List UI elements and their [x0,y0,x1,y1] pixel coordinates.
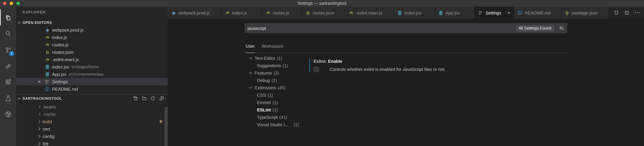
tree-item-beans[interactable]: .beans [16,103,168,110]
json-icon [305,10,311,15]
toc-typescript[interactable]: TypeScript (41) [250,114,310,121]
chevron-right-icon [38,128,40,130]
open-settings-json-icon[interactable] [614,10,619,15]
more-actions-icon[interactable]: ··· [634,11,641,14]
tab-index-jsx[interactable]: index.jsx [394,7,435,19]
tab-eslint-react-js[interactable]: .eslint.react.js [345,7,394,19]
activity-search[interactable] [0,25,16,42]
clear-search-icon[interactable] [559,25,564,31]
setting-category: Eslint: [314,59,328,64]
refresh-icon[interactable] [150,96,156,101]
tab-webpack-prod-js[interactable]: webpack.prod.js [168,7,222,19]
js-icon [45,42,50,47]
git-graph-circle-icon [4,111,12,118]
activity-explorer[interactable] [0,9,16,25]
new-file-icon[interactable] [133,96,138,101]
toc-css[interactable]: CSS (1) [250,91,310,99]
json-icon [564,10,570,15]
chevron-down-icon [18,21,21,23]
tree-item-cert[interactable]: cert [16,125,168,133]
git-modified-dot [160,120,162,123]
info-icon [45,86,50,92]
open-editor-item[interactable]: index.js [16,33,168,41]
open-editor-item[interactable]: README.md [16,85,168,93]
setting-eslint-enable: Eslint: Enable Controls whether eslint i… [310,59,567,72]
split-editor-icon[interactable] [624,10,630,15]
toc-debug[interactable]: Debug (2) [250,77,310,84]
collapse-all-icon[interactable] [159,96,164,101]
toc-extensions[interactable]: Extensions (45) [250,84,310,91]
webpack-icon [171,10,176,15]
setting-description: Controls whether eslint is enabled for J… [330,67,446,72]
debug-icon [4,62,12,69]
tab-app-jsx[interactable]: App.jsx [435,7,475,19]
react-icon [45,71,50,77]
tree-item-config[interactable]: config [16,133,168,140]
chevron-right-icon [38,105,40,108]
toc-visual-studio[interactable]: Visual Studio I... (1) [250,121,310,128]
settings-list-icon [478,10,484,15]
open-editor-item[interactable]: routes.js [16,41,168,48]
chevron-right-icon [38,142,40,145]
open-editor-item[interactable]: App.jsx src/components/app [16,70,168,78]
chevron-down-icon [249,71,252,74]
file-name: routes.js [52,42,68,47]
tab-label: routes.js [273,10,289,15]
editor-group: webpack.prod.js index.js routes.js route… [168,7,644,146]
react-icon [438,10,444,15]
toc-text-editor[interactable]: Text Editor (1) [250,54,310,62]
settings-search-input[interactable] [248,26,510,31]
explorer-sidebar: EXPLORER OPEN EDITORS webpack.prod.js in… [16,7,168,146]
tab-package-json[interactable]: package.json [561,7,609,19]
eslint-enable-checkbox[interactable] [314,66,319,72]
setting-title: Eslint: Enable [314,59,567,64]
open-editor-item-settings[interactable]: × Settings [16,78,168,85]
folder-section-header[interactable]: SARTRACKINGTOOL [16,95,168,102]
file-name: README.md [52,86,78,91]
close-window-button[interactable] [3,2,6,5]
close-icon[interactable]: × [36,79,42,84]
sidebar-title: EXPLORER [16,7,168,17]
tree-item-lint[interactable]: lint [16,140,168,146]
scope-tab-user[interactable]: User [245,41,255,53]
tab-settings[interactable]: Settings × [475,7,514,19]
toc-suggestions[interactable]: Suggestions (1) [250,62,310,69]
open-editor-item[interactable]: webpack.prod.js [16,26,168,33]
file-path-description: src/pages/home [72,65,99,69]
tab-readme-md[interactable]: README.md [514,7,561,19]
open-editor-item[interactable]: routes.json [16,48,168,56]
window-title: Settings — sartrackingtool [298,1,346,6]
activity-testing[interactable] [0,90,16,106]
tree-item-cache[interactable]: .cache [16,110,168,118]
activity-source-control[interactable]: 7 [0,42,16,58]
scope-tab-workspace[interactable]: Workspace [261,41,284,53]
js-icon [266,10,271,15]
activity-git-graph[interactable] [0,106,16,122]
open-editors-header[interactable]: OPEN EDITORS [16,19,168,26]
file-name: index.jsx [52,64,69,69]
new-folder-icon[interactable] [142,96,147,101]
maximize-window-button[interactable] [16,2,20,5]
sidebar-scrollbar[interactable] [164,107,168,146]
close-icon[interactable]: × [505,10,510,15]
settings-editor: 48 Settings Found User Workspace [168,19,644,146]
tab-label: .eslint.react.js [356,10,382,15]
activity-extensions[interactable] [0,74,16,90]
minimize-window-button[interactable] [10,2,13,5]
chevron-right-icon [38,113,40,116]
tab-index-js[interactable]: index.js [222,7,262,19]
activity-run-debug[interactable] [0,58,16,74]
tab-routes-js[interactable]: routes.js [262,7,302,19]
toc-features[interactable]: Features (2) [250,69,310,77]
open-editor-item[interactable]: index.jsx src/pages/home [16,63,168,70]
toc-emmet[interactable]: Emmet (1) [250,99,310,106]
scm-badge: 7 [9,51,14,56]
toc-eslint[interactable]: ESLint (1) [250,106,310,114]
chevron-right-icon [38,135,40,138]
search-icon [4,30,12,37]
workbench: 7 [0,7,644,146]
open-editor-item[interactable]: .eslint.react.js [16,56,168,63]
js-icon [45,35,50,40]
tree-item-build[interactable]: build [16,118,168,125]
tab-routes-json[interactable]: routes.json [302,7,345,19]
